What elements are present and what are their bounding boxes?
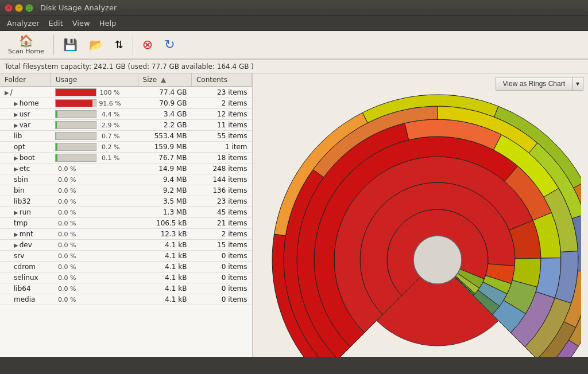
menu-view[interactable]: View (68, 18, 95, 29)
expand-icon[interactable]: ▶ (14, 100, 18, 107)
chart-view-dropdown[interactable]: ▾ (572, 77, 583, 91)
close-button[interactable]: × (5, 4, 13, 12)
stop-icon: ⊗ (142, 38, 153, 51)
folder-cell: opt (0, 142, 51, 153)
size-cell: 4.1 kB (138, 240, 191, 251)
expand-icon[interactable]: ▶ (14, 231, 18, 237)
folder-cell: lib32 (0, 196, 51, 207)
usage-percent: 100 % (99, 89, 119, 96)
table-row[interactable]: media0.0 %4.1 kB0 items (0, 294, 252, 305)
folder-cell: lib (0, 131, 51, 142)
scan-folder-button[interactable]: 📂 (84, 37, 108, 53)
usage-cell: 0.0 % (51, 174, 138, 185)
folder-cell: sbin (0, 174, 51, 185)
table-row[interactable]: ▶dev0.0 %4.1 kB15 items (0, 240, 252, 251)
expand-icon[interactable]: ▶ (14, 155, 18, 161)
folder-cell: cdrom (0, 262, 51, 272)
size-cell: 77.4 GB (138, 87, 191, 98)
table-row[interactable]: opt0.2 %159.9 MB1 item (0, 142, 252, 153)
usage-percent: 0.0 % (55, 187, 76, 194)
table-row[interactable]: selinux0.0 %4.1 kB0 items (0, 272, 252, 283)
table-row[interactable]: lib0.7 %553.4 MB55 items (0, 131, 252, 142)
table-row[interactable]: ▶var2.9 %2.2 GB11 items (0, 120, 252, 131)
menu-help[interactable]: Help (95, 18, 121, 29)
expand-icon[interactable]: ▶ (14, 209, 18, 216)
usage-bar-fill (56, 154, 57, 161)
contents-cell: 18 items (191, 153, 252, 163)
expand-icon[interactable]: ▶ (14, 242, 18, 248)
stop-button[interactable]: ⊗ (138, 36, 157, 53)
size-cell: 76.7 MB (138, 153, 191, 163)
contents-cell: 11 items (191, 120, 252, 131)
folder-name: opt (14, 143, 25, 151)
folder-cell: ▶dev (0, 240, 51, 251)
usage-percent: 0.2 % (99, 143, 119, 151)
maximize-button[interactable]: □ (25, 4, 33, 12)
table-row[interactable]: srv0.0 %4.1 kB0 items (0, 251, 252, 262)
col-header-contents[interactable]: Contents (191, 73, 252, 87)
usage-cell: 0.1 % (51, 153, 138, 163)
usage-bar-bg (55, 99, 96, 107)
size-cell: 9.2 MB (138, 185, 191, 196)
table-row[interactable]: ▶run0.0 %1.3 MB45 items (0, 207, 252, 218)
folder-name: / (10, 88, 13, 96)
refresh-button[interactable]: ↻ (160, 36, 179, 53)
scan-home-label: Scan Home (8, 48, 44, 55)
size-cell: 553.4 MB (138, 131, 191, 142)
table-row[interactable]: ▶etc0.0 %14.9 MB248 items (0, 163, 252, 174)
table-row[interactable]: ▶/100 %77.4 GB23 items (0, 87, 252, 98)
table-row[interactable]: lib320.0 %3.5 MB23 items (0, 196, 252, 207)
folder-icon: 📂 (89, 39, 103, 50)
usage-cell: 0.0 % (51, 272, 138, 283)
table-row[interactable]: ▶home91.6 %70.9 GB2 items (0, 98, 252, 109)
contents-cell: 12 items (191, 109, 252, 120)
table-row[interactable]: sbin0.0 %9.4 MB144 items (0, 174, 252, 185)
size-cell: 4.1 kB (138, 283, 191, 294)
contents-cell: 15 items (191, 240, 252, 251)
table-row[interactable]: ▶mnt0.0 %12.3 kB2 items (0, 229, 252, 240)
view-as-rings-button[interactable]: View as Rings Chart (496, 77, 572, 91)
folder-cell: srv (0, 251, 51, 262)
size-cell: 9.4 MB (138, 174, 191, 185)
contents-cell: 0 items (191, 294, 252, 305)
expand-icon[interactable]: ▶ (14, 111, 18, 118)
col-header-folder[interactable]: Folder (0, 73, 51, 87)
folder-name: tmp (14, 219, 28, 227)
size-cell: 106.5 kB (138, 218, 191, 229)
contents-cell: 0 items (191, 251, 252, 262)
expand-icon[interactable]: ▶ (14, 166, 18, 172)
col-header-size[interactable]: Size ▲ (138, 73, 191, 87)
scan-device-button[interactable]: 💾 (59, 37, 82, 53)
expand-icon[interactable]: ▶ (5, 89, 9, 96)
usage-cell: 91.6 % (51, 98, 138, 109)
folder-cell: selinux (0, 272, 51, 283)
col-header-usage[interactable]: Usage (51, 73, 138, 87)
table-row[interactable]: ▶boot0.1 %76.7 MB18 items (0, 153, 252, 163)
rescan-button[interactable]: ⇅ (110, 37, 128, 52)
usage-bar-bg (55, 110, 96, 118)
folder-cell: ▶/ (0, 87, 51, 98)
table-row[interactable]: bin0.0 %9.2 MB136 items (0, 185, 252, 196)
table-row[interactable]: cdrom0.0 %4.1 kB0 items (0, 262, 252, 272)
file-panel: Folder Usage Size ▲ Contents ▶/100 %77.4… (0, 73, 253, 357)
refresh-icon: ↻ (164, 38, 175, 51)
scan-home-button[interactable]: 🏠 Scan Home (3, 33, 49, 57)
usage-cell: 2.9 % (51, 120, 138, 131)
usage-cell: 0.0 % (51, 229, 138, 240)
main-content: Folder Usage Size ▲ Contents ▶/100 %77.4… (0, 73, 588, 357)
table-row[interactable]: lib640.0 %4.1 kB0 items (0, 283, 252, 294)
contents-cell: 55 items (191, 131, 252, 142)
folder-cell: ▶boot (0, 153, 51, 163)
minimize-button[interactable]: − (15, 4, 23, 12)
usage-cell: 0.0 % (51, 163, 138, 174)
expand-icon[interactable]: ▶ (14, 122, 18, 128)
size-cell: 14.9 MB (138, 163, 191, 174)
toolbar-separator-1 (53, 34, 54, 55)
menu-analyzer[interactable]: Analyzer (2, 18, 44, 29)
usage-bar-bg (55, 132, 96, 140)
status-text: Total filesystem capacity: 242.1 GB (use… (5, 63, 254, 71)
table-row[interactable]: tmp0.0 %106.5 kB21 items (0, 218, 252, 229)
menu-edit[interactable]: Edit (44, 18, 68, 29)
window-controls: × − □ (5, 4, 33, 12)
table-row[interactable]: ▶usr4.4 %3.4 GB12 items (0, 109, 252, 120)
